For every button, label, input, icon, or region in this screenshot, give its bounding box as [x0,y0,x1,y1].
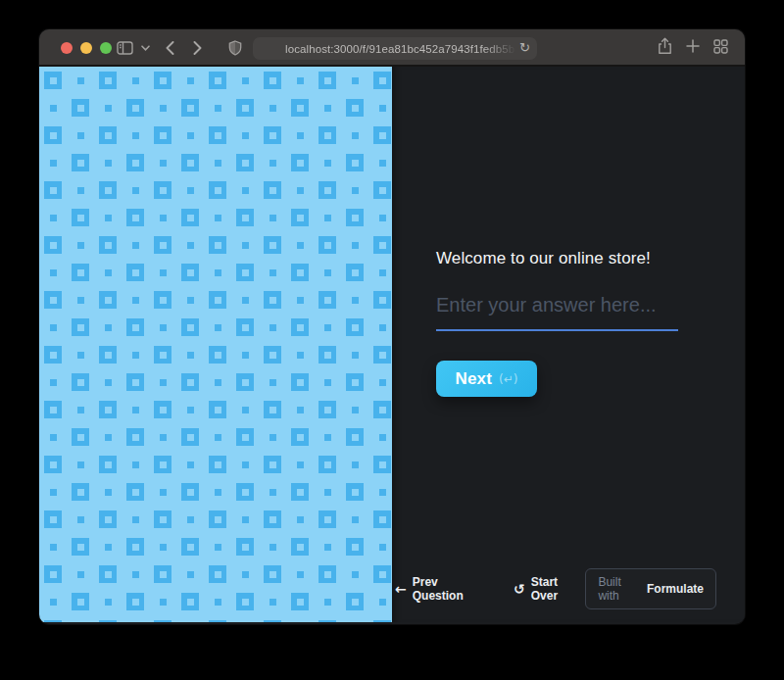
restart-icon: ↺ [514,581,525,597]
address-bar[interactable]: localhost:3000/f/91ea81bc452a7943f1fedb5… [253,37,537,60]
square-pattern-graphic [39,67,392,622]
answer-field-wrap [436,290,678,331]
reload-icon[interactable]: ↻ [519,40,530,55]
minimize-window-button[interactable] [80,42,92,54]
start-over-label: Start Over [531,575,586,603]
arrow-left-icon: ← [395,581,407,597]
built-with-label: Built with [598,575,642,603]
close-window-button[interactable] [61,42,73,54]
traffic-lights [61,42,112,54]
browser-window: localhost:3000/f/91ea81bc452a7943f1fedb5… [39,29,745,624]
form-panel: Welcome to our online store! Next (↵) ← … [392,67,745,622]
next-button[interactable]: Next (↵) [436,361,537,397]
start-over-button[interactable]: ↺ Start Over [514,575,585,603]
form-footer: ← Prev Question ↺ Start Over Built with … [395,575,716,603]
browser-toolbar: localhost:3000/f/91ea81bc452a7943f1fedb5… [39,29,745,67]
tab-grid-icon[interactable] [713,39,728,58]
zoom-window-button[interactable] [100,42,112,54]
brand-name: Formulate [647,582,704,596]
page-content: Welcome to our online store! Next (↵) ← … [39,67,745,622]
question-title: Welcome to our online store! [436,249,651,268]
forward-icon[interactable] [193,29,202,67]
built-with-badge[interactable]: Built with Formulate [585,568,716,609]
answer-input[interactable] [436,290,678,331]
next-button-label: Next [455,369,492,389]
url-text: localhost:3000/f/91ea81bc452a7943f1fedb5… [271,43,518,55]
chevron-down-icon[interactable] [141,29,150,67]
decorative-pattern-panel [39,67,392,622]
prev-question-label: Prev Question [413,575,489,603]
shield-icon[interactable] [228,29,242,67]
enter-key-hint: (↵) [499,372,517,386]
prev-question-button[interactable]: ← Prev Question [395,575,489,603]
back-icon[interactable] [166,29,174,67]
share-icon[interactable] [658,37,672,59]
toolbar-right-cluster [658,29,728,67]
plus-icon[interactable] [686,39,700,57]
sidebar-icon[interactable] [117,29,133,67]
